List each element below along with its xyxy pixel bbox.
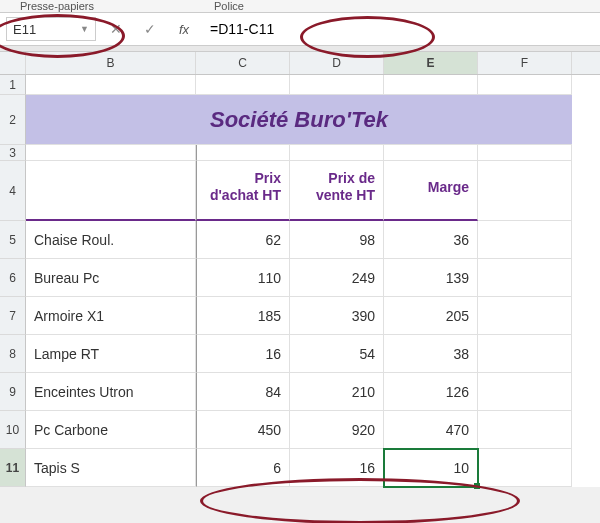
ribbon-group-clipboard: Presse-papiers (20, 0, 94, 12)
cell-c1[interactable] (196, 75, 290, 95)
cell-c7[interactable]: 185 (196, 297, 290, 335)
cell-f1[interactable] (478, 75, 572, 95)
ribbon-group-labels: Presse-papiers Police (0, 0, 600, 12)
cell-f7[interactable] (478, 297, 572, 335)
select-all-corner[interactable] (0, 52, 26, 74)
row-header-6[interactable]: 6 (0, 259, 26, 297)
cell-b10[interactable]: Pc Carbone (26, 411, 196, 449)
col-header-c[interactable]: C (196, 52, 290, 74)
cell-f4[interactable] (478, 161, 572, 221)
cell-b9[interactable]: Enceintes Utron (26, 373, 196, 411)
name-box-value: E11 (13, 22, 36, 37)
ribbon-group-font: Police (214, 0, 244, 12)
sheet-title[interactable]: Société Buro'Tek (26, 95, 572, 145)
cell-e9[interactable]: 126 (384, 373, 478, 411)
cell-b11[interactable]: Tapis S (26, 449, 196, 487)
row-header-8[interactable]: 8 (0, 335, 26, 373)
cell-d7[interactable]: 390 (290, 297, 384, 335)
row-header-11[interactable]: 11 (0, 449, 26, 487)
cell-f11[interactable] (478, 449, 572, 487)
chevron-down-icon[interactable]: ▼ (80, 24, 89, 34)
row-header-5[interactable]: 5 (0, 221, 26, 259)
row-header-9[interactable]: 9 (0, 373, 26, 411)
cell-f5[interactable] (478, 221, 572, 259)
formula-input[interactable] (204, 17, 594, 41)
cell-f9[interactable] (478, 373, 572, 411)
header-marge[interactable]: Marge (384, 161, 478, 221)
close-icon: ✕ (110, 21, 122, 37)
cell-f8[interactable] (478, 335, 572, 373)
cell-c5[interactable]: 62 (196, 221, 290, 259)
cell-b7[interactable]: Armoire X1 (26, 297, 196, 335)
cell-c9[interactable]: 84 (196, 373, 290, 411)
row-header-2[interactable]: 2 (0, 95, 26, 145)
cell-e5[interactable]: 36 (384, 221, 478, 259)
cell-d11[interactable]: 16 (290, 449, 384, 487)
cell-b3[interactable] (26, 145, 196, 161)
col-header-b[interactable]: B (26, 52, 196, 74)
col-header-e[interactable]: E (384, 52, 478, 74)
cell-e11-active[interactable]: 10 (384, 449, 478, 487)
cell-e7[interactable]: 205 (384, 297, 478, 335)
cell-b5[interactable]: Chaise Roul. (26, 221, 196, 259)
row-header-3[interactable]: 3 (0, 145, 26, 161)
cell-d5[interactable]: 98 (290, 221, 384, 259)
fx-icon: fx (179, 22, 189, 37)
spreadsheet-grid[interactable]: 1 2 Société Buro'Tek 3 4 Prix d'achat HT… (0, 75, 600, 487)
cell-f6[interactable] (478, 259, 572, 297)
cell-d8[interactable]: 54 (290, 335, 384, 373)
cell-d6[interactable]: 249 (290, 259, 384, 297)
cell-b1[interactable] (26, 75, 196, 95)
name-box[interactable]: E11 ▼ (6, 17, 96, 41)
row-header-4[interactable]: 4 (0, 161, 26, 221)
cell-f3[interactable] (478, 145, 572, 161)
cell-d1[interactable] (290, 75, 384, 95)
cancel-formula-button[interactable]: ✕ (102, 17, 130, 41)
row-header-7[interactable]: 7 (0, 297, 26, 335)
cell-d9[interactable]: 210 (290, 373, 384, 411)
cell-e10[interactable]: 470 (384, 411, 478, 449)
cell-c10[interactable]: 450 (196, 411, 290, 449)
cell-b6[interactable]: Bureau Pc (26, 259, 196, 297)
cell-e8[interactable]: 38 (384, 335, 478, 373)
cell-d3[interactable] (290, 145, 384, 161)
cell-e3[interactable] (384, 145, 478, 161)
cell-c6[interactable]: 110 (196, 259, 290, 297)
cell-c11[interactable]: 6 (196, 449, 290, 487)
col-header-f[interactable]: F (478, 52, 572, 74)
cell-b4[interactable] (26, 161, 196, 221)
col-header-d[interactable]: D (290, 52, 384, 74)
cell-e6[interactable]: 139 (384, 259, 478, 297)
cell-d10[interactable]: 920 (290, 411, 384, 449)
cell-c3[interactable] (196, 145, 290, 161)
cell-e1[interactable] (384, 75, 478, 95)
insert-function-button[interactable]: fx (170, 17, 198, 41)
cell-c8[interactable]: 16 (196, 335, 290, 373)
header-prix-achat[interactable]: Prix d'achat HT (196, 161, 290, 221)
confirm-formula-button[interactable]: ✓ (136, 17, 164, 41)
row-header-1[interactable]: 1 (0, 75, 26, 95)
formula-bar: E11 ▼ ✕ ✓ fx (0, 12, 600, 46)
row-header-10[interactable]: 10 (0, 411, 26, 449)
check-icon: ✓ (144, 21, 156, 37)
header-prix-vente[interactable]: Prix de vente HT (290, 161, 384, 221)
column-headers: B C D E F (0, 52, 600, 75)
cell-b8[interactable]: Lampe RT (26, 335, 196, 373)
cell-f10[interactable] (478, 411, 572, 449)
